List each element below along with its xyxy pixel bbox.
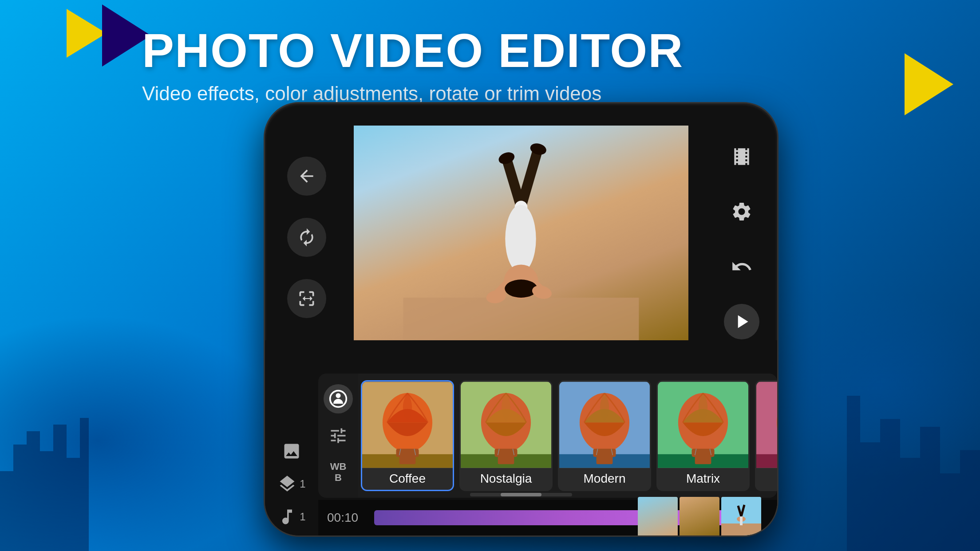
filter-thumb-modern <box>559 382 650 468</box>
filter-thumb-nostalgia <box>461 382 551 468</box>
svg-point-10 <box>505 279 537 298</box>
header-area: PHOTO VIDEO EDITOR Video effects, color … <box>142 27 882 105</box>
layers-item: 1 <box>277 474 305 494</box>
music-badge: 1 <box>300 511 305 523</box>
filter-selector: WB B <box>318 374 358 498</box>
svg-rect-40 <box>695 455 711 464</box>
yellow-triangle-top-left <box>67 9 107 58</box>
svg-point-6 <box>505 205 536 273</box>
filter-thumbnails-container: Coffee Nostalgia <box>358 374 777 498</box>
timeline-area: 00:10 <box>318 500 777 535</box>
timeline-track[interactable] <box>374 510 761 525</box>
face-icon <box>328 389 348 409</box>
filter-scrollbar-thumb <box>501 493 541 496</box>
video-person-svg <box>354 126 688 343</box>
filter-item-nostalgia[interactable]: Nostalgia <box>459 380 553 491</box>
bottom-left-icons: 1 1 <box>265 340 318 535</box>
filter-label-matrix: Matrix <box>686 468 720 488</box>
bottom-panel: 1 1 <box>265 340 777 535</box>
layers-badge: 1 <box>300 478 305 490</box>
filter-sliders-button[interactable] <box>324 421 353 450</box>
timeline-thumb-1 <box>638 497 678 537</box>
svg-rect-0 <box>403 298 639 343</box>
filter-label-coffee: Coffee <box>389 468 426 488</box>
settings-button[interactable] <box>724 194 759 229</box>
app-subtitle: Video effects, color adjustments, rotate… <box>142 83 882 105</box>
image-icon <box>282 441 301 461</box>
filter-thumb-memories <box>756 382 777 468</box>
film-icon <box>731 146 753 168</box>
wb-label: WB B <box>330 461 347 483</box>
svg-point-14 <box>336 393 341 398</box>
video-preview <box>354 126 688 343</box>
timeline-thumb-3 <box>721 497 761 537</box>
sliders-icon <box>328 426 348 445</box>
phone-frame: 1 1 <box>264 102 778 537</box>
filter-thumb-coffee <box>362 382 453 468</box>
left-sidebar <box>287 157 326 318</box>
right-sidebar <box>724 139 759 339</box>
filter-scrollbar-track[interactable] <box>470 493 573 496</box>
export-button[interactable] <box>287 279 326 318</box>
timeline-thumb-2 <box>680 497 719 537</box>
svg-rect-33 <box>597 455 613 464</box>
export-icon <box>297 289 316 308</box>
app-title: PHOTO VIDEO EDITOR <box>142 27 882 75</box>
play-button[interactable] <box>724 304 759 339</box>
undo-button[interactable] <box>724 249 759 284</box>
play-icon <box>731 311 753 333</box>
svg-line-2 <box>521 153 537 207</box>
svg-rect-44 <box>756 454 777 468</box>
filter-item-modern[interactable]: Modern <box>558 380 651 491</box>
svg-rect-51 <box>721 523 761 537</box>
rotate-icon <box>297 228 316 247</box>
svg-rect-19 <box>399 455 416 464</box>
timeline-timestamp: 00:10 <box>327 511 367 525</box>
filter-item-matrix[interactable]: Matrix <box>656 380 750 491</box>
phone-container: 1 1 <box>62 102 980 551</box>
music-icon <box>277 507 297 527</box>
back-button[interactable] <box>287 157 326 196</box>
filter-wb-button[interactable]: WB B <box>324 458 353 487</box>
filter-item-coffee[interactable]: Coffee <box>361 380 454 491</box>
filter-face-button[interactable] <box>324 384 353 413</box>
image-layer-item <box>282 441 301 461</box>
back-icon <box>297 166 316 186</box>
filter-item-memories[interactable]: Mem... <box>755 380 777 491</box>
layers-icon <box>277 474 297 494</box>
rotate-button[interactable] <box>287 218 326 257</box>
filter-label-modern: Modern <box>584 468 626 488</box>
undo-icon <box>731 256 753 278</box>
filter-thumb-matrix <box>658 382 748 468</box>
film-button[interactable] <box>724 139 759 174</box>
svg-rect-26 <box>498 455 514 464</box>
settings-icon <box>731 201 753 223</box>
timeline-thumbs <box>638 497 761 537</box>
music-item: 1 <box>277 507 305 527</box>
filter-label-nostalgia: Nostalgia <box>480 468 532 488</box>
